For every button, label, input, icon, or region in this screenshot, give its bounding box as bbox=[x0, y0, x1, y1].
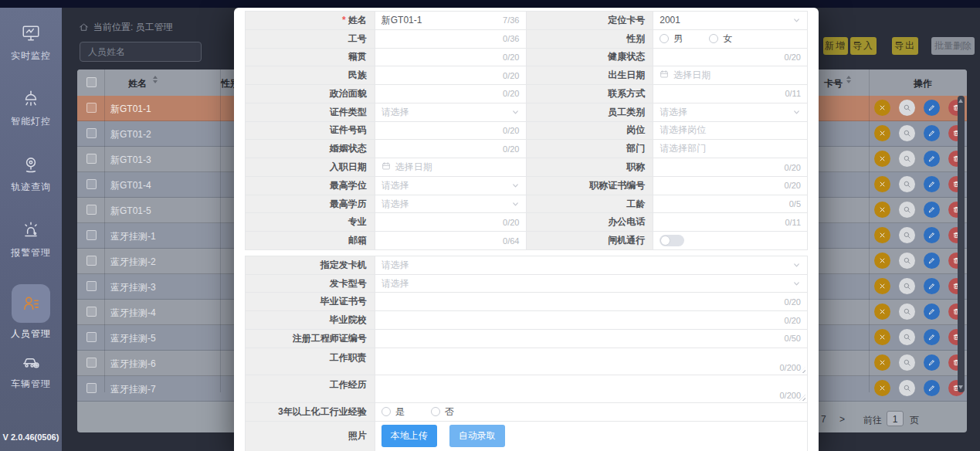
field-name[interactable]: 新GT01-17/36 bbox=[375, 12, 527, 29]
field-ethnicity[interactable]: 0/20 bbox=[375, 66, 527, 84]
edit-button[interactable] bbox=[924, 176, 940, 192]
search-button[interactable] bbox=[899, 278, 915, 294]
import-button[interactable]: 导入 bbox=[850, 37, 877, 55]
field-photo[interactable]: 本地上传自动录取 bbox=[375, 422, 808, 451]
sidebar-item-vehicle-management[interactable]: 车辆管理 bbox=[0, 350, 62, 415]
search-button[interactable] bbox=[899, 227, 915, 243]
search-button[interactable] bbox=[899, 202, 915, 218]
sidebar-item-personnel-management[interactable]: 人员管理 bbox=[0, 284, 62, 350]
x-circle-button[interactable] bbox=[874, 100, 890, 116]
field-card-issuer[interactable]: 请选择 bbox=[375, 256, 808, 274]
edit-button[interactable] bbox=[924, 303, 940, 320]
field-gate-access[interactable] bbox=[653, 232, 808, 249]
field-service-years[interactable]: 0/5 bbox=[653, 195, 808, 213]
row-checkbox[interactable] bbox=[86, 307, 97, 317]
x-circle-button[interactable] bbox=[874, 202, 890, 218]
row-checkbox[interactable] bbox=[86, 179, 97, 189]
field-registered-engineer-no[interactable]: 0/50 bbox=[375, 330, 808, 348]
row-checkbox[interactable] bbox=[86, 103, 97, 113]
field-highest-education[interactable]: 请选择 bbox=[375, 195, 527, 213]
radio-女[interactable]: 女 bbox=[709, 32, 732, 46]
x-circle-button[interactable] bbox=[874, 354, 890, 371]
edit-button[interactable] bbox=[924, 278, 940, 294]
field-graduate-school[interactable]: 0/20 bbox=[375, 311, 808, 329]
field-post[interactable]: 请选择岗位 bbox=[653, 122, 808, 140]
search-button[interactable] bbox=[899, 176, 915, 192]
field-office-phone[interactable]: 0/11 bbox=[653, 213, 808, 231]
field-political-status[interactable]: 0/20 bbox=[375, 85, 527, 103]
x-circle-button[interactable] bbox=[874, 125, 890, 141]
edit-button[interactable] bbox=[924, 253, 940, 269]
field-title-cert-no[interactable]: 0/20 bbox=[653, 177, 808, 195]
field-employee-category[interactable]: 请选择 bbox=[653, 103, 808, 121]
local-upload-button[interactable]: 本地上传 bbox=[381, 425, 437, 447]
page-input[interactable]: 1 bbox=[887, 411, 904, 426]
field-department[interactable]: 请选择部门 bbox=[653, 140, 808, 158]
search-button[interactable] bbox=[899, 303, 915, 320]
export-button[interactable]: 导出 bbox=[892, 37, 918, 55]
field-locator-card-no[interactable]: 2001 bbox=[653, 12, 808, 29]
field-email[interactable]: 0/64 bbox=[375, 232, 527, 249]
field-birth-date[interactable]: 选择日期 bbox=[653, 66, 808, 84]
x-circle-button[interactable] bbox=[874, 253, 890, 269]
field-hire-date[interactable]: 选择日期 bbox=[375, 158, 527, 176]
search-input[interactable]: 人员姓名 bbox=[80, 42, 202, 62]
sidebar-item-track-query[interactable]: 轨迹查询 bbox=[0, 153, 62, 219]
x-circle-button[interactable] bbox=[874, 176, 890, 192]
field-native-place[interactable]: 0/20 bbox=[375, 49, 527, 66]
field-highest-degree[interactable]: 请选择 bbox=[375, 177, 527, 195]
row-checkbox[interactable] bbox=[86, 383, 97, 393]
field-contact[interactable]: 0/11 bbox=[653, 85, 808, 103]
radio-男[interactable]: 男 bbox=[660, 32, 683, 46]
x-circle-button[interactable] bbox=[874, 278, 890, 294]
sidebar-item-realtime-monitor[interactable]: 实时监控 bbox=[0, 22, 62, 87]
search-button[interactable] bbox=[899, 354, 915, 371]
auto-capture-button[interactable]: 自动录取 bbox=[449, 425, 505, 447]
field-id-type[interactable]: 请选择 bbox=[375, 103, 527, 121]
field-work-experience[interactable]: 0/200 bbox=[375, 375, 808, 402]
search-button[interactable] bbox=[899, 253, 915, 269]
row-checkbox[interactable] bbox=[86, 128, 97, 138]
x-circle-button[interactable] bbox=[874, 380, 890, 396]
x-circle-button[interactable] bbox=[874, 303, 890, 320]
row-checkbox[interactable] bbox=[86, 332, 97, 342]
search-button[interactable] bbox=[899, 125, 915, 141]
page-number-7[interactable]: 7 bbox=[821, 414, 826, 425]
edit-button[interactable] bbox=[924, 202, 940, 218]
sort-caret-icon[interactable] bbox=[153, 76, 158, 83]
row-checkbox[interactable] bbox=[86, 230, 97, 240]
field-id-number[interactable]: 0/20 bbox=[375, 122, 527, 140]
edit-button[interactable] bbox=[924, 227, 940, 243]
field-card-model[interactable]: 请选择 bbox=[375, 275, 808, 293]
field-job-duty[interactable]: 0/200 bbox=[375, 348, 808, 375]
field-gender[interactable]: 男女 bbox=[653, 30, 808, 48]
field-marital-status[interactable]: 0/20 bbox=[375, 140, 527, 158]
row-checkbox[interactable] bbox=[86, 256, 97, 266]
row-checkbox[interactable] bbox=[86, 205, 97, 215]
sidebar-item-smart-light[interactable]: 智能灯控 bbox=[0, 87, 62, 153]
x-circle-button[interactable] bbox=[874, 329, 890, 345]
edit-button[interactable] bbox=[924, 354, 940, 371]
field-major[interactable]: 0/20 bbox=[375, 213, 527, 231]
x-circle-button[interactable] bbox=[874, 151, 890, 167]
field-chem-experience[interactable]: 是否 bbox=[375, 403, 808, 421]
field-title[interactable]: 0/20 bbox=[653, 158, 808, 176]
edit-button[interactable] bbox=[924, 100, 940, 116]
edit-button[interactable] bbox=[924, 329, 940, 345]
select-all-checkbox[interactable] bbox=[86, 77, 97, 87]
sidebar-item-alarm-management[interactable]: 报警管理 bbox=[0, 219, 62, 284]
next-page-icon[interactable]: > bbox=[839, 414, 845, 425]
search-button[interactable] bbox=[899, 329, 915, 345]
row-checkbox[interactable] bbox=[86, 154, 97, 164]
field-employee-no[interactable]: 0/36 bbox=[375, 30, 527, 48]
search-button[interactable] bbox=[899, 100, 915, 116]
table-scrollbar[interactable] bbox=[958, 96, 965, 392]
radio-否[interactable]: 否 bbox=[431, 405, 454, 419]
edit-button[interactable] bbox=[924, 380, 940, 396]
sort-caret-icon[interactable] bbox=[846, 76, 851, 83]
row-checkbox[interactable] bbox=[86, 358, 97, 368]
edit-button[interactable] bbox=[924, 151, 940, 167]
radio-是[interactable]: 是 bbox=[381, 405, 405, 419]
edit-button[interactable] bbox=[924, 125, 940, 141]
search-button[interactable] bbox=[899, 151, 915, 167]
